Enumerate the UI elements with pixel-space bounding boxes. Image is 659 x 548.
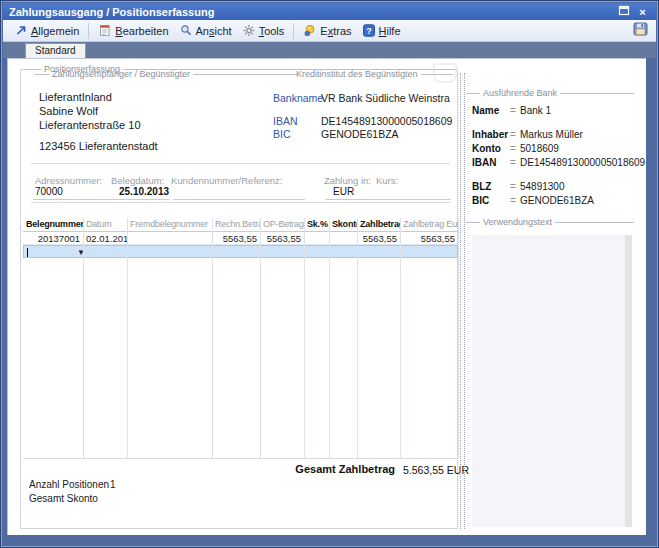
- column-header-fremdbelegnummer[interactable]: Fremdbelegnummer: [127, 218, 212, 231]
- gesamt-zahlbetrag-label: Gesamt Zahlbetrag: [261, 463, 395, 475]
- bank-field-value: GENODE61BZA: [520, 195, 594, 206]
- cell-r0-c8[interactable]: 5563,55: [400, 232, 458, 244]
- column-header-zahlbetrag[interactable]: Zahlbetrag: [357, 218, 400, 231]
- kurs-field[interactable]: Kurs:: [376, 175, 398, 186]
- table-edit-row[interactable]: ▼: [23, 245, 458, 258]
- verwendungstext-title: Verwendungstext: [483, 217, 552, 227]
- cell-r0-c7[interactable]: 5563,55: [357, 232, 400, 244]
- table-gridline: [260, 218, 261, 458]
- bank-field-label: IBAN: [472, 157, 510, 168]
- cell-r0-c3[interactable]: 5563,55: [212, 232, 260, 244]
- table-gridline: [83, 218, 84, 458]
- menu-extras[interactable]: Extras: [298, 22, 356, 39]
- menu-hilfe[interactable]: ?Hilfe: [357, 22, 406, 39]
- cell-r0-c0[interactable]: 20137001: [23, 232, 83, 244]
- payee-line-3: Lieferantenstraße 10: [39, 118, 158, 132]
- column-header-zahlbetrag-euro[interactable]: Zahlbetrag Euro: [400, 218, 458, 231]
- equals-glyph: =: [510, 157, 520, 168]
- equals-glyph: =: [510, 105, 520, 116]
- payee-group-header: Zahlungsempfänger / Begünstigter: [35, 69, 297, 79]
- kreditinstitut-group-header: Kreditinstitut des Begünstigten: [279, 69, 453, 79]
- bic-value: GENODE61BZA: [321, 128, 399, 140]
- close-window-button[interactable]: ×: [635, 5, 650, 18]
- pane-splitter[interactable]: [460, 73, 465, 529]
- bank-field-label: BIC: [472, 195, 510, 206]
- save-button[interactable]: [630, 22, 650, 40]
- bank-field-label: Konto: [472, 143, 510, 154]
- column-header-datum[interactable]: Datum: [83, 218, 127, 231]
- adressnummer-field[interactable]: Adressnummer: 70000: [35, 175, 102, 186]
- edit-pad-icon: [98, 24, 112, 37]
- kurs-label: Kurs:: [376, 175, 398, 186]
- gesamt-skonto-label: Gesamt Skonto: [29, 493, 98, 504]
- payee-group-title: Zahlungsempfänger / Begünstigter: [52, 69, 190, 79]
- verwendungstext-scrollbar[interactable]: [625, 235, 632, 527]
- column-header-rechn-betrag[interactable]: Rechn.Betrag: [212, 218, 260, 231]
- bank-field-konto: Konto=5018609: [472, 143, 559, 154]
- gear-icon: [242, 24, 256, 37]
- title-bar[interactable]: Zahlungsausgang / Positionserfassung ×: [3, 3, 656, 20]
- column-header-belegnummer[interactable]: Belegnummer: [23, 218, 83, 231]
- restore-window-button[interactable]: [616, 5, 631, 18]
- bank-field-value: 54891300: [520, 181, 565, 192]
- cell-r0-c4[interactable]: 5563,55: [260, 232, 304, 244]
- column-header-skonto[interactable]: Skonto: [329, 218, 357, 231]
- cell-r0-c5[interactable]: [304, 232, 329, 244]
- toolbar-separator: [88, 23, 89, 39]
- zahlung-in-value[interactable]: EUR: [333, 186, 354, 197]
- cell-r0-c1[interactable]: 02.01.2013: [83, 232, 127, 244]
- kundennummer-underline: [173, 199, 305, 200]
- window-title: Zahlungsausgang / Positionserfassung: [9, 6, 612, 18]
- table-gridline: [212, 218, 213, 458]
- cell-r0-c2[interactable]: [127, 232, 212, 244]
- adressnummer-value[interactable]: 70000: [35, 186, 63, 197]
- zahlung-in-field[interactable]: Zahlung in: EUR: [324, 175, 371, 186]
- menu-label: Allgemein: [31, 25, 79, 37]
- belegdatum-field[interactable]: Belegdatum: 25.10.2013: [111, 175, 164, 186]
- table-row[interactable]: 2013700102.01.20135563,555563,555563,555…: [23, 232, 458, 245]
- floppy-save-icon: [633, 22, 648, 40]
- payee-address-block: LieferantInland Sabine Wolf Lieferantens…: [39, 90, 158, 153]
- kreditinstitut-group-title: Kreditinstitut des Begünstigten: [296, 69, 418, 79]
- cell-r0-c6[interactable]: [329, 232, 357, 244]
- table-gridline: [127, 218, 128, 458]
- bank-field-blz: BLZ=54891300: [472, 181, 565, 192]
- payee-line-1: LieferantInland: [39, 90, 158, 104]
- menu-label: Tools: [259, 25, 285, 37]
- iban-label: IBAN: [273, 115, 298, 127]
- text-caret: [27, 248, 28, 257]
- magnifier-icon: [179, 24, 193, 37]
- zahlung-in-label: Zahlung in:: [324, 175, 371, 186]
- app-window: Zahlungsausgang / Positionserfassung × A…: [0, 0, 659, 548]
- table-gridline: [329, 218, 330, 458]
- zahlung-in-underline: [325, 199, 369, 200]
- bankname-value: VR Bank Südliche Weinstra: [321, 92, 450, 104]
- menu-tools[interactable]: Tools: [237, 22, 290, 39]
- belegdatum-underline: [109, 199, 170, 200]
- column-header-sk-[interactable]: Sk.%: [304, 218, 329, 231]
- anzahl-positionen-row: Anzahl Positionen 1: [29, 479, 109, 490]
- tab-strip: Standard: [3, 42, 656, 58]
- svg-text:?: ?: [366, 26, 372, 36]
- kurs-underline: [369, 199, 451, 200]
- menubar-items: AllgemeinBearbeitenAnsichtToolsExtras?Hi…: [9, 22, 406, 39]
- verwendungstext-input[interactable]: [472, 235, 632, 527]
- payee-line-2: Sabine Wolf: [39, 104, 158, 118]
- menu-ansicht[interactable]: Ansicht: [174, 22, 237, 39]
- tab-standard[interactable]: Standard: [25, 43, 86, 58]
- column-header-op-betrag[interactable]: OP-Betrag: [260, 218, 304, 231]
- menu-toolbar: AllgemeinBearbeitenAnsichtToolsExtras?Hi…: [3, 20, 656, 42]
- menu-allgemein[interactable]: Allgemein: [9, 22, 84, 39]
- belegdatum-label: Belegdatum:: [111, 175, 164, 186]
- restore-window-icon: [618, 5, 630, 18]
- menu-bearbeiten[interactable]: Bearbeiten: [93, 22, 173, 39]
- belegdatum-value[interactable]: 25.10.2013: [119, 186, 169, 197]
- close-icon: ×: [639, 6, 645, 18]
- table-bottom-border: [23, 458, 458, 459]
- equals-glyph: =: [510, 129, 520, 140]
- kundennummer-field[interactable]: Kundennummer/Referenz:: [171, 175, 282, 186]
- bank-field-value: 5018609: [520, 143, 559, 154]
- ausfuehrende-bank-title: Ausführende Bank: [483, 88, 557, 98]
- kundennummer-label: Kundennummer/Referenz:: [171, 175, 282, 186]
- table-header-row: BelegnummerDatumFremdbelegnummerRechn.Be…: [23, 218, 458, 232]
